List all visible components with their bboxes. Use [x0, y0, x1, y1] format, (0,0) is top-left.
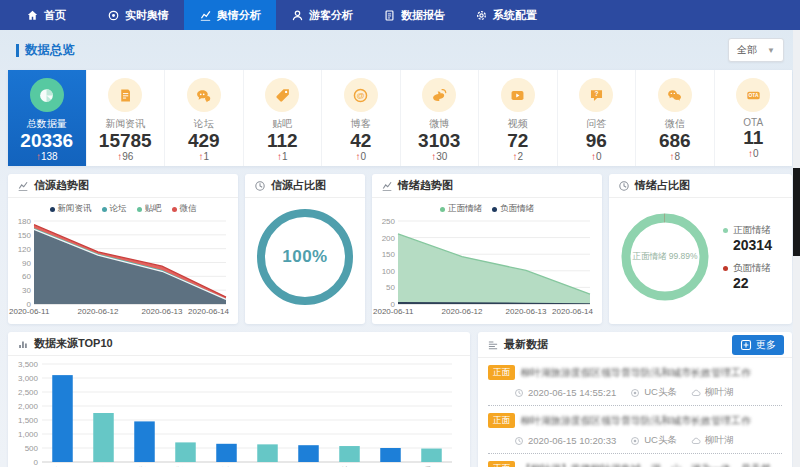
svg-text:2020-06-12: 2020-06-12: [78, 307, 119, 316]
stat-card-video[interactable]: 视频72↑2: [479, 70, 558, 166]
stat-delta: ↑8: [669, 151, 680, 162]
clock-icon: [514, 388, 524, 398]
stat-delta: ↑1: [198, 151, 209, 162]
more-button[interactable]: 更多: [732, 335, 784, 355]
up-arrow-icon: ↑: [669, 151, 674, 162]
weibo-icon: [422, 78, 456, 112]
pie-clock-icon: [618, 180, 630, 192]
svg-text:100: 100: [382, 267, 396, 276]
nav-item-settings[interactable]: 系统配置: [460, 0, 552, 30]
sentiment-share-body: 正面情绪 99.89% 正面情绪20314负面情绪22: [609, 198, 792, 316]
latest-item[interactable]: 正面柳叶湖旅游度假区领导督导防汛和城市长效管理工作2020-06-15 14:5…: [488, 358, 782, 406]
sentiment-share-card: 情绪占比图 正面情绪 99.89% 正面情绪20314负面情绪22: [609, 174, 792, 324]
donut-legend-item: 负面情绪22: [723, 262, 772, 291]
svg-text:150: 150: [18, 231, 32, 240]
stat-card-tieba[interactable]: 贴吧112↑1: [244, 70, 323, 166]
scrollbar-thumb[interactable]: [793, 168, 800, 256]
stat-delta: ↑2: [512, 151, 523, 162]
gear-icon: [475, 9, 488, 22]
sentiment-trend-title: 情绪趋势图: [398, 178, 453, 193]
stat-label: 博客: [351, 117, 371, 131]
video-icon: [501, 78, 535, 112]
legend-item: 正面情绪: [440, 203, 482, 215]
site-icon: [691, 388, 701, 398]
sentiment-badge: 正面: [488, 461, 515, 467]
stat-card-news[interactable]: 新闻资讯15785↑96: [87, 70, 166, 166]
nav-item-home[interactable]: 首页: [0, 0, 92, 30]
nav-item-label: 游客分析: [309, 8, 353, 23]
source-icon: [630, 388, 640, 398]
svg-text:2020-06-14: 2020-06-14: [188, 307, 229, 316]
nav-item-visitor[interactable]: 游客分析: [276, 0, 368, 30]
svg-text:50: 50: [386, 283, 395, 292]
stat-value: 686: [659, 131, 691, 151]
ota-icon: OTA: [736, 78, 770, 112]
svg-text:150: 150: [382, 250, 396, 259]
sentiment-share-header: 情绪占比图: [609, 174, 792, 198]
stat-label: 新闻资讯: [105, 117, 145, 131]
pie-icon: [30, 78, 64, 112]
dashboard-app: 首页实时舆情舆情分析游客分析数据报告系统配置 数据总览 全部 ▼ 总数据量203…: [0, 0, 800, 467]
stat-value: 15785: [99, 131, 152, 151]
top10-card: 数据来源TOP10 05001,0001,5002,0002,5003,0003…: [8, 332, 470, 467]
stat-card-weibo[interactable]: 微博3103↑30: [401, 70, 480, 166]
svg-text:90: 90: [22, 259, 31, 268]
stat-card-ota[interactable]: OTAOTA11↑0: [715, 70, 793, 166]
nav-item-report[interactable]: 数据报告: [368, 0, 460, 30]
latest-list: 正面柳叶湖旅游度假区领导督导防汛和城市长效管理工作2020-06-15 14:5…: [478, 358, 792, 467]
source-trend-legend: 新闻资讯论坛贴吧微信: [8, 198, 238, 215]
page-title: 数据总览: [25, 42, 75, 59]
svg-text:200: 200: [382, 234, 396, 243]
stat-label: 微信: [665, 117, 685, 131]
sentiment-badge: 正面: [488, 413, 515, 428]
latest-item[interactable]: 正面【柳叶湖】常德柳叶湖集城、湖、山、洲为一体，是天然造化的生态综合盆景…202…: [488, 454, 782, 467]
stat-label: 微博: [429, 117, 449, 131]
stat-card-qa[interactable]: ?问答96↑0: [558, 70, 637, 166]
stat-label: 总数据量: [27, 117, 67, 131]
latest-title: 最新数据: [504, 337, 548, 352]
latest-item-title: 柳叶湖旅游度假区领导督导防汛和城市长效管理工作: [521, 414, 771, 428]
svg-text:2020-06-14: 2020-06-14: [552, 307, 593, 316]
latest-item-time: 2020-06-15 10:20:33: [514, 435, 616, 446]
stat-value: 20336: [20, 131, 73, 151]
svg-text:250: 250: [382, 217, 396, 226]
svg-text:3,000: 3,000: [18, 374, 39, 383]
stat-value: 72: [507, 131, 528, 151]
stat-card-blog[interactable]: @博客42↑0: [322, 70, 401, 166]
source-share-card: 信源占比图 100%: [245, 174, 365, 324]
latest-item[interactable]: 正面柳叶湖旅游度假区领导督导防汛和城市长效管理工作2020-06-15 10:2…: [488, 406, 782, 454]
stat-value: 429: [188, 131, 220, 151]
stat-card-forum[interactable]: 论坛429↑1: [165, 70, 244, 166]
stat-value: 112: [267, 131, 298, 151]
svg-text:2020-06-11: 2020-06-11: [9, 307, 50, 316]
nav-item-realtime[interactable]: 实时舆情: [92, 0, 184, 30]
top-nav: 首页实时舆情舆情分析游客分析数据报告系统配置: [0, 0, 800, 30]
trend-icon: [199, 9, 212, 22]
up-arrow-icon: ↑: [198, 151, 203, 162]
latest-item-site: 柳叶湖: [691, 386, 734, 399]
up-arrow-icon: ↑: [591, 151, 596, 162]
svg-text:1,000: 1,000: [18, 430, 39, 439]
up-arrow-icon: ↑: [117, 151, 122, 162]
section-accent-bar: [16, 44, 19, 57]
svg-text:120: 120: [18, 245, 32, 254]
stat-label: 视频: [508, 117, 528, 131]
stat-card-total[interactable]: 总数据量20336↑138: [8, 70, 87, 166]
list-icon: [487, 339, 499, 351]
filter-select[interactable]: 全部 ▼: [728, 38, 784, 62]
filter-value: 全部: [737, 43, 757, 57]
line-chart-icon: [17, 180, 29, 192]
latest-item-title: 柳叶湖旅游度假区领导督导防汛和城市长效管理工作: [521, 366, 771, 380]
nav-item-label: 首页: [44, 8, 66, 23]
svg-text:?: ?: [594, 90, 598, 97]
nav-item-analysis[interactable]: 舆情分析: [184, 0, 276, 30]
legend-item: 论坛: [102, 203, 127, 215]
stat-label: 贴吧: [272, 117, 292, 131]
svg-text:1,500: 1,500: [18, 416, 39, 425]
latest-header: 最新数据 更多: [478, 332, 792, 358]
source-share-title: 信源占比图: [271, 178, 326, 193]
stat-card-wechat[interactable]: 微信686↑8: [636, 70, 715, 166]
svg-text:2020-06-11: 2020-06-11: [373, 307, 414, 316]
realtime-icon: [107, 9, 120, 22]
up-arrow-icon: ↑: [748, 148, 753, 159]
